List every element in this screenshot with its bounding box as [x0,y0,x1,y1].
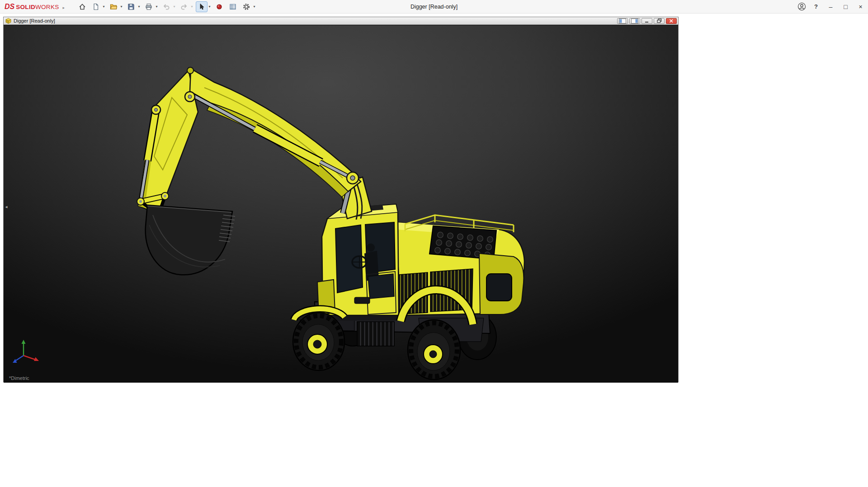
save-dropdown[interactable]: ▾ [137,1,141,12]
print-button[interactable] [143,1,155,12]
new-document-button[interactable] [90,1,102,12]
document-title: Digger [Read-only] [14,18,55,23]
document-window-controls [617,18,677,24]
app-titlebar: DS SOLIDWORKS ▸ ▾ [0,0,868,14]
app-title: Digger [Read-only] [410,0,458,14]
app-minimize-button[interactable]: – [823,0,838,14]
save-button[interactable] [125,1,137,12]
home-icon [78,3,86,11]
pane-left-icon [619,19,626,23]
select-arrow-icon [198,3,206,11]
options-button[interactable] [241,1,252,12]
main-toolbar: ▾ ▾ ▾ [76,0,258,14]
account-icon [797,2,806,11]
options-dropdown[interactable]: ▾ [252,1,256,12]
main-boom[interactable] [190,69,361,197]
doc-close-button[interactable] [666,18,677,24]
app-close-button[interactable]: × [853,0,868,14]
orientation-triad [9,337,44,372]
gear-icon [242,3,250,11]
new-document-icon [92,3,100,11]
pane-toggle-left-button[interactable] [617,18,628,24]
open-dropdown[interactable]: ▾ [119,1,123,12]
properties-button[interactable] [227,1,239,12]
collapse-pane-arrow[interactable]: ◂ [4,201,9,211]
undo-icon [162,3,170,11]
redo-dropdown[interactable]: ▾ [190,1,194,12]
graphics-viewport[interactable]: *Dimetric ◂ [4,25,678,383]
open-button[interactable] [108,1,119,12]
account-button[interactable] [794,0,809,14]
red-sphere-icon [215,3,223,11]
new-document-dropdown[interactable]: ▾ [102,1,106,12]
minimize-icon [645,19,649,23]
undo-button[interactable] [160,1,172,12]
boom-cylinder[interactable] [193,96,350,177]
doc-restore-button[interactable] [654,18,665,24]
select-tool-dropdown[interactable]: ▾ [208,1,212,12]
brand-solid-text: SOLID [16,4,35,10]
bucket[interactable] [146,205,235,275]
help-icon: ? [814,3,818,10]
open-folder-icon [109,3,118,11]
brand-expand-icon[interactable]: ▸ [63,5,65,10]
pane-toggle-right-button[interactable] [629,18,640,24]
app-maximize-button[interactable]: □ [838,0,853,14]
select-tool-button[interactable] [196,1,208,12]
doc-minimize-button[interactable] [642,18,652,24]
restore-icon [657,19,662,23]
undo-dropdown[interactable]: ▾ [172,1,176,12]
brand-works-text: WORKS [35,4,59,10]
properties-table-icon [229,3,237,11]
rear-wheel[interactable] [408,320,460,379]
print-icon [145,3,153,11]
excavator-model[interactable] [4,25,678,383]
close-icon [669,19,674,23]
pane-right-icon [631,19,638,23]
view-orientation-label: *Dimetric [9,375,29,381]
document-titlebar[interactable]: Digger [Read-only] [4,17,678,25]
help-button[interactable]: ? [809,0,823,14]
dassault-logo-icon: DS [5,3,14,11]
appearance-button[interactable] [213,1,225,12]
front-wheel[interactable] [293,313,344,370]
part-document-icon [5,18,12,24]
redo-button[interactable] [178,1,190,12]
home-button[interactable] [76,1,88,12]
redo-icon [180,3,188,11]
titlebar-right-controls: ? – □ × [794,0,868,14]
solidworks-logo: DS SOLIDWORKS ▸ [5,3,65,11]
save-icon [127,3,135,11]
document-window: Digger [Read-only] [3,17,679,382]
print-dropdown[interactable]: ▾ [155,1,159,12]
